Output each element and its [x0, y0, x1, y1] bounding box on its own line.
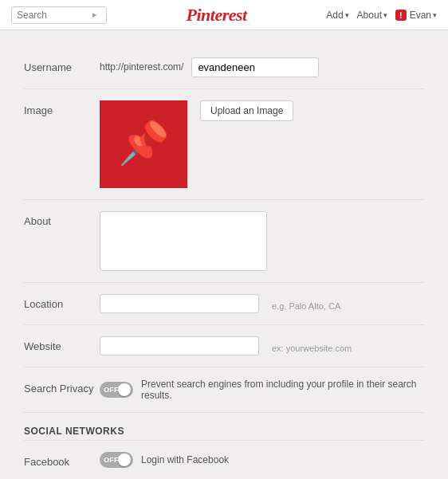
nav-about[interactable]: About ▾ [357, 10, 387, 21]
search-box[interactable]: ▸ [11, 6, 107, 24]
facebook-toggle-label: OFF [104, 456, 119, 464]
logo: Pinterest [107, 5, 326, 26]
image-content: 📌 Upload an Image [100, 100, 424, 188]
facebook-label: Facebook [24, 452, 100, 468]
website-label: Website [24, 336, 100, 352]
search-privacy-toggle-knob [118, 383, 131, 396]
social-networks-header: SOCIAL NETWORKS [24, 413, 424, 440]
location-input[interactable] [100, 294, 259, 313]
website-hint: ex: yourwebsite.com [272, 339, 352, 353]
website-input[interactable] [100, 336, 259, 355]
add-chevron-icon: ▾ [345, 11, 349, 19]
username-row: Username http://pinterest.com/ [24, 46, 424, 89]
image-row: Image 📌 Upload an Image [24, 89, 424, 200]
location-content: e.g. Palo Alto, CA [100, 294, 424, 313]
username-label: Username [24, 57, 100, 73]
location-row: Location e.g. Palo Alto, CA [24, 283, 424, 325]
about-textarea[interactable] [100, 211, 267, 271]
search-privacy-row: Search Privacy OFF Prevent search engine… [24, 367, 424, 413]
header: ▸ Pinterest Add ▾ About ▾ ! Evan ▾ [0, 0, 448, 30]
upload-image-button[interactable]: Upload an Image [200, 100, 293, 121]
location-label: Location [24, 294, 100, 310]
pin-icon: 📌 [118, 122, 170, 163]
user-chevron-icon: ▾ [433, 11, 437, 19]
main-content: Username http://pinterest.com/ Image 📌 U… [0, 30, 448, 479]
facebook-row: Facebook OFF Login with Facebook [24, 441, 424, 479]
user-name: Evan [410, 10, 431, 21]
search-privacy-toggle-label: OFF [104, 386, 119, 394]
username-input[interactable] [191, 57, 319, 77]
nav-user[interactable]: ! Evan ▾ [395, 10, 437, 21]
about-label: About [24, 211, 100, 227]
search-privacy-toggle[interactable]: OFF [100, 382, 133, 398]
facebook-toggle-knob [118, 453, 131, 466]
about-chevron-icon: ▾ [383, 11, 387, 19]
facebook-desc: Login with Facebook [141, 454, 229, 465]
search-privacy-label: Search Privacy [24, 379, 100, 395]
website-content: ex: yourwebsite.com [100, 336, 424, 355]
search-input[interactable] [17, 10, 92, 21]
user-badge: ! [395, 10, 407, 21]
username-content: http://pinterest.com/ [100, 57, 424, 77]
facebook-content: OFF Login with Facebook [100, 452, 424, 468]
image-label: Image [24, 100, 100, 116]
website-row: Website ex: yourwebsite.com [24, 325, 424, 367]
facebook-toggle[interactable]: OFF [100, 452, 133, 468]
about-row: About [24, 200, 424, 283]
about-label: About [357, 10, 382, 21]
profile-image: 📌 [100, 100, 187, 188]
add-label: Add [326, 10, 343, 21]
search-privacy-content: OFF Prevent search engines from includin… [100, 379, 424, 401]
username-prefix: http://pinterest.com/ [100, 57, 183, 73]
location-hint: e.g. Palo Alto, CA [272, 296, 340, 311]
search-icon[interactable]: ▸ [92, 10, 97, 20]
about-content [100, 211, 424, 271]
nav-add[interactable]: Add ▾ [326, 10, 348, 21]
header-nav: Add ▾ About ▾ ! Evan ▾ [326, 10, 437, 21]
search-privacy-desc: Prevent search engines from including yo… [141, 379, 424, 401]
